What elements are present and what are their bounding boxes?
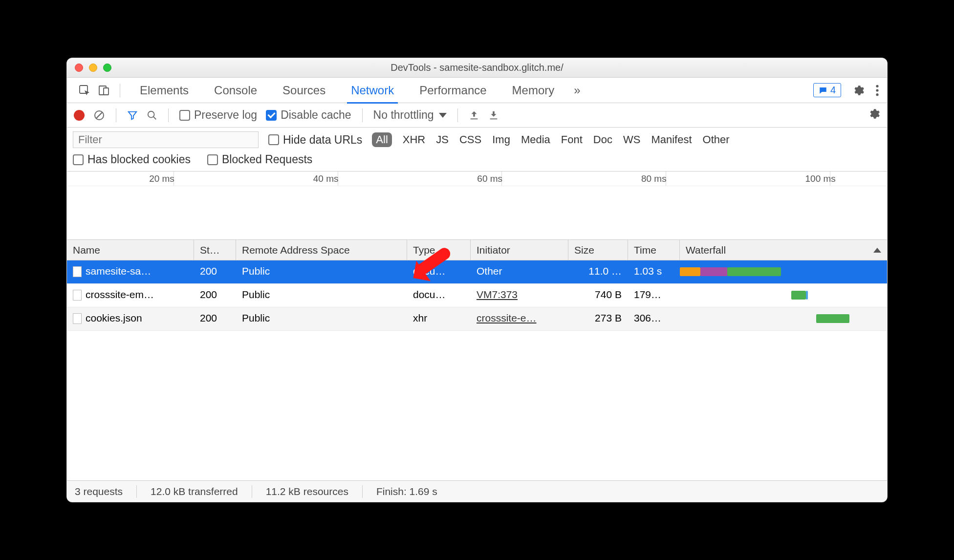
search-icon[interactable] bbox=[147, 110, 157, 121]
filter-type-ws[interactable]: WS bbox=[623, 133, 640, 146]
cell-status: 200 bbox=[194, 260, 236, 283]
timeline-overview[interactable]: 20 ms40 ms60 ms80 ms100 ms bbox=[67, 172, 887, 240]
separator bbox=[116, 108, 116, 122]
has-blocked-cookies-checkbox[interactable]: Has blocked cookies bbox=[73, 153, 191, 166]
preserve-log-checkbox[interactable]: Preserve log bbox=[179, 108, 257, 122]
cell-remote-address-space: Public bbox=[236, 307, 407, 330]
upload-har-icon[interactable] bbox=[469, 110, 479, 121]
filter-type-xhr[interactable]: XHR bbox=[403, 133, 425, 146]
table-row[interactable]: crosssite-em…200Publicdocu…VM7:373740 B1… bbox=[67, 284, 887, 307]
svg-point-7 bbox=[148, 111, 154, 117]
tab-elements[interactable]: Elements bbox=[136, 78, 193, 103]
svg-rect-2 bbox=[104, 88, 108, 95]
status-finish: Finish: 1.69 s bbox=[376, 486, 437, 497]
column-type[interactable]: Type bbox=[407, 240, 471, 260]
download-har-icon[interactable] bbox=[488, 110, 499, 121]
cell-waterfall bbox=[680, 307, 887, 330]
separator bbox=[120, 84, 120, 97]
titlebar: DevTools - samesite-sandbox.glitch.me/ bbox=[67, 58, 887, 78]
record-button[interactable] bbox=[74, 110, 85, 121]
network-toolbar: Preserve log Disable cache No throttling bbox=[67, 103, 887, 128]
network-settings-icon[interactable] bbox=[867, 108, 880, 120]
messages-badge[interactable]: 4 bbox=[813, 83, 841, 97]
cell-size: 11.0 … bbox=[568, 260, 628, 283]
cell-size: 740 B bbox=[568, 284, 628, 307]
hide-data-urls-checkbox[interactable]: Hide data URLs bbox=[268, 133, 362, 147]
svg-rect-9 bbox=[490, 118, 497, 119]
filter-type-js[interactable]: JS bbox=[436, 133, 449, 146]
filter-icon[interactable] bbox=[127, 110, 138, 121]
blocked-requests-checkbox[interactable]: Blocked Requests bbox=[207, 153, 312, 166]
hide-data-urls-label: Hide data URLs bbox=[283, 133, 362, 147]
sort-indicator-icon bbox=[873, 248, 881, 253]
cell-size: 273 B bbox=[568, 307, 628, 330]
timeline-tick-label: 20 ms bbox=[149, 173, 174, 184]
status-bar: 3 requests 12.0 kB transferred 11.2 kB r… bbox=[67, 480, 887, 502]
cell-initiator[interactable]: VM7:373 bbox=[471, 284, 568, 307]
throttling-label: No throttling bbox=[373, 108, 434, 122]
more-options-icon[interactable] bbox=[875, 84, 879, 97]
has-blocked-cookies-label: Has blocked cookies bbox=[87, 153, 191, 166]
status-resources: 11.2 kB resources bbox=[266, 486, 348, 497]
timeline-tick-label: 60 ms bbox=[477, 173, 502, 184]
column-remote-address-space[interactable]: Remote Address Space bbox=[236, 240, 407, 260]
filter-input[interactable] bbox=[73, 131, 259, 148]
filter-type-manifest[interactable]: Manifest bbox=[651, 133, 692, 146]
separator bbox=[168, 108, 169, 122]
cell-name: crosssite-em… bbox=[67, 284, 194, 307]
settings-icon[interactable] bbox=[852, 84, 865, 97]
table-row[interactable]: samesite-sa…200Publicdocu…Other11.0 …1.0… bbox=[67, 260, 887, 284]
table-row[interactable]: cookies.json200Publicxhrcrosssite-e…273 … bbox=[67, 307, 887, 331]
filter-type-all[interactable]: All bbox=[372, 132, 391, 147]
cell-type: docu… bbox=[407, 284, 471, 307]
disable-cache-label: Disable cache bbox=[281, 108, 351, 122]
filter-bar: Hide data URLs AllXHRJSCSSImgMediaFontDo… bbox=[67, 128, 887, 172]
column-size[interactable]: Size bbox=[568, 240, 628, 260]
filter-type-font[interactable]: Font bbox=[561, 133, 583, 146]
column-time[interactable]: Time bbox=[628, 240, 680, 260]
filter-type-doc[interactable]: Doc bbox=[593, 133, 612, 146]
column-waterfall[interactable]: Waterfall bbox=[680, 240, 887, 260]
status-requests: 3 requests bbox=[75, 486, 123, 497]
timeline-tick-label: 100 ms bbox=[805, 173, 836, 184]
device-toolbar-icon[interactable] bbox=[98, 85, 110, 96]
column-initiator[interactable]: Initiator bbox=[471, 240, 568, 260]
clear-icon[interactable] bbox=[93, 109, 105, 121]
filter-type-img[interactable]: Img bbox=[492, 133, 510, 146]
cell-time: 179… bbox=[628, 284, 680, 307]
tab-network[interactable]: Network bbox=[347, 78, 398, 103]
filter-type-other[interactable]: Other bbox=[703, 133, 730, 146]
filter-type-media[interactable]: Media bbox=[521, 133, 550, 146]
column-name[interactable]: Name bbox=[67, 240, 194, 260]
cell-remote-address-space: Public bbox=[236, 284, 407, 307]
column-waterfall-label: Waterfall bbox=[686, 244, 726, 256]
column-status[interactable]: St… bbox=[194, 240, 236, 260]
cell-name: samesite-sa… bbox=[67, 260, 194, 283]
cell-initiator[interactable]: crosssite-e… bbox=[471, 307, 568, 330]
window-title: DevTools - samesite-sandbox.glitch.me/ bbox=[67, 62, 887, 73]
cell-time: 1.03 s bbox=[628, 260, 680, 283]
separator bbox=[457, 108, 458, 122]
disable-cache-checkbox[interactable]: Disable cache bbox=[266, 108, 351, 122]
throttling-dropdown[interactable]: No throttling bbox=[373, 108, 447, 122]
tab-sources[interactable]: Sources bbox=[279, 78, 329, 103]
filter-type-css[interactable]: CSS bbox=[459, 133, 481, 146]
table-body: samesite-sa…200Publicdocu…Other11.0 …1.0… bbox=[67, 260, 887, 480]
table-header: Name St… Remote Address Space Type Initi… bbox=[67, 240, 887, 260]
tab-console[interactable]: Console bbox=[210, 78, 261, 103]
tab-performance[interactable]: Performance bbox=[415, 78, 490, 103]
more-tabs-button[interactable]: » bbox=[574, 84, 580, 97]
separator bbox=[362, 108, 363, 122]
cell-waterfall bbox=[680, 260, 887, 283]
tab-memory[interactable]: Memory bbox=[508, 78, 559, 103]
cell-remote-address-space: Public bbox=[236, 260, 407, 283]
svg-point-5 bbox=[876, 93, 878, 96]
cell-waterfall bbox=[680, 284, 887, 307]
svg-point-3 bbox=[876, 85, 878, 87]
main-tab-strip: ElementsConsoleSourcesNetworkPerformance… bbox=[67, 78, 887, 103]
cell-initiator: Other bbox=[471, 260, 568, 283]
inspect-element-icon[interactable] bbox=[79, 85, 90, 96]
messages-count: 4 bbox=[830, 85, 836, 96]
chevron-down-icon bbox=[439, 113, 447, 118]
timeline-tick-label: 80 ms bbox=[641, 173, 667, 184]
